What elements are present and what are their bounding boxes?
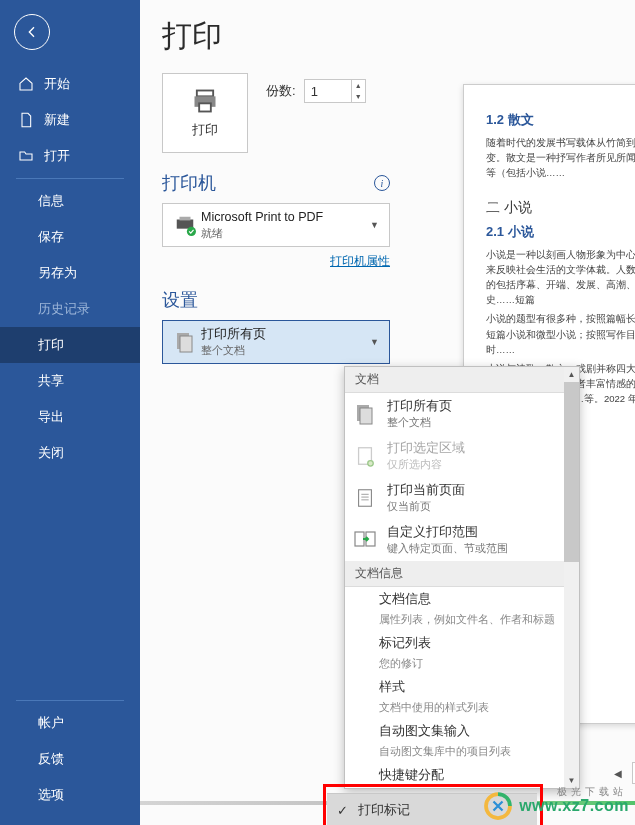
svg-point-11 [368,461,374,467]
check-icon: ✓ [337,803,348,818]
svg-rect-4 [180,217,191,221]
nav-saveas[interactable]: 另存为 [0,255,140,291]
page-range-icon [352,528,378,552]
chevron-down-icon: ▼ [366,220,383,230]
preview-text: 小说是一种以刻画人物形象为中心、通过完整的故事情节和环境描写来反映社会生活的文学… [486,247,635,308]
dropdown-item-sub: 您的修订 [345,656,579,675]
range-sub: 整个文档 [201,344,366,357]
print-range-selector[interactable]: 打印所有页 整个文档 ▼ [162,320,390,364]
printer-properties-link[interactable]: 打印机属性 [330,254,390,268]
page-title: 打印 [162,16,635,57]
preview-text: 小说的题型有很多种，按照篇幅长短，可分为长篇小说、中篇小说、短篇小说和微型小说；… [486,311,635,357]
dropdown-item-autotext[interactable]: 自动图文集输入 [345,719,579,744]
preview-heading: 2.1 小说 [486,223,635,241]
print-marks-label: 打印标记 [358,801,410,819]
dropdown-item-custom-range[interactable]: 自定义打印范围键入特定页面、节或范围 [345,519,579,561]
copies-value[interactable]: 1 [305,84,351,99]
watermark-cn: 极光下载站 [557,785,627,799]
nav-label: 打开 [44,147,70,165]
printer-icon [188,87,222,115]
scroll-thumb[interactable] [564,382,579,562]
dropdown-item-marklist[interactable]: 标记列表 [345,631,579,656]
svg-rect-16 [355,532,364,546]
nav-info[interactable]: 信息 [0,183,140,219]
printer-name: Microsoft Print to PDF [201,210,366,225]
dropdown-item-shortcuts[interactable]: 快捷键分配 [345,763,579,788]
svg-rect-7 [180,336,192,352]
svg-rect-9 [360,408,372,424]
dropdown-scrollbar[interactable]: ▲ ▼ [564,367,579,788]
printer-header: 打印机 [162,171,216,195]
settings-header: 设置 [162,288,198,312]
printer-selector[interactable]: Microsoft Print to PDF 就绪 ▼ [162,203,390,247]
printer-status-icon [172,214,198,236]
nav-save[interactable]: 保存 [0,219,140,255]
nav-share[interactable]: 共享 [0,363,140,399]
nav-new[interactable]: 新建 [0,102,140,138]
print-label: 打印 [192,121,218,139]
pages-all-icon [173,329,197,355]
open-icon [18,148,34,164]
watermark-url: www.xz7.com [519,797,629,815]
range-title: 打印所有页 [201,327,366,342]
nav-print[interactable]: 打印 [0,327,140,363]
preview-text: 随着时代的发展书写载体从竹简到纸张再到电子，文体也发生着转变。散文是一种抒写作者… [486,135,635,181]
nav-account[interactable]: 帐户 [0,705,140,741]
dropdown-item-selection: 打印选定区域仅所选内容 [345,435,579,477]
new-icon [18,112,34,128]
nav-home[interactable]: 开始 [0,66,140,102]
copies-label: 份数: [266,82,296,100]
scroll-up-icon[interactable]: ▲ [564,367,579,382]
nav-label: 开始 [44,75,70,93]
back-arrow-icon [24,24,40,40]
watermark-logo-icon [483,791,513,821]
nav-label: 新建 [44,111,70,129]
dropdown-group-header: 文档 [345,367,579,393]
dropdown-item-docinfo[interactable]: 文档信息 [345,587,579,612]
nav-feedback[interactable]: 反馈 [0,741,140,777]
nav-close[interactable]: 关闭 [0,435,140,471]
nav-open[interactable]: 打开 [0,138,140,174]
dropdown-item-current-page[interactable]: 打印当前页面仅当前页 [345,477,579,519]
info-icon[interactable]: i [374,175,390,191]
svg-rect-0 [197,91,213,97]
watermark: 极光下载站 www.xz7.com [483,791,629,821]
page-current-icon [354,485,376,511]
print-range-dropdown: 文档 打印所有页整个文档 打印选定区域仅所选内容 打印当前页面仅当前页 自定义打… [344,366,580,789]
print-button[interactable]: 打印 [162,73,248,153]
nav-options[interactable]: 选项 [0,777,140,813]
svg-rect-12 [359,490,372,507]
dropdown-item-sub: 文档中使用的样式列表 [345,700,579,719]
preview-heading: 1.2 散文 [486,111,635,129]
home-icon [18,76,34,92]
prev-page-icon[interactable]: ◀ [612,768,624,779]
divider [16,178,124,179]
pages-all-icon [353,401,377,427]
dropdown-item-all-pages[interactable]: 打印所有页整个文档 [345,393,579,435]
nav-export[interactable]: 导出 [0,399,140,435]
dropdown-group-header: 文档信息 [345,561,579,587]
back-button[interactable] [14,14,50,50]
backstage-sidebar: 开始 新建 打开 信息 保存 另存为 历史记录 打印 共享 导出 关闭 帐户 [0,0,140,825]
printer-status: 就绪 [201,227,366,240]
pages-selection-icon [354,443,376,469]
dropdown-item-sub: 属性列表，例如文件名、作者和标题 [345,612,579,631]
divider [16,700,124,701]
svg-rect-2 [199,103,211,111]
nav-history[interactable]: 历史记录 [0,291,140,327]
print-pane: 打印 打印 份数: 1 ▲ ▼ 打印机 i [140,0,635,825]
spin-up-icon[interactable]: ▲ [352,80,365,91]
copies-input[interactable]: 1 ▲ ▼ [304,79,366,103]
dropdown-item-sub: 自动图文集库中的项目列表 [345,744,579,763]
chevron-down-icon: ▼ [366,337,383,347]
dropdown-item-style[interactable]: 样式 [345,675,579,700]
spin-down-icon[interactable]: ▼ [352,91,365,102]
preview-heading: 二 小说 [486,199,635,217]
